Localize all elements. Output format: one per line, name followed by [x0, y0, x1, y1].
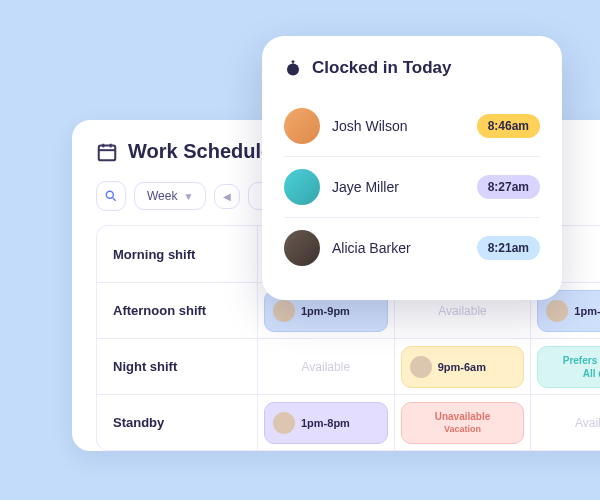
prev-button[interactable]: ◀ — [214, 184, 240, 209]
chevron-left-icon: ◀ — [223, 191, 231, 202]
shift-chip[interactable]: 1pm-8pm — [264, 402, 388, 444]
row-label: Standby — [97, 397, 257, 448]
row-label: Morning shift — [97, 229, 257, 280]
schedule-cell[interactable]: 9pm-6am — [394, 339, 531, 394]
clocked-title: Clocked in Today — [312, 58, 452, 78]
row-label: Night shift — [97, 341, 257, 392]
employee-row[interactable]: Jaye Miller 8:27am — [284, 156, 540, 217]
clock-time-badge: 8:21am — [477, 236, 540, 260]
preference-chip[interactable]: Prefers to work All day — [537, 346, 600, 388]
schedule-title: Work Schedule — [128, 140, 272, 163]
employee-row[interactable]: Alicia Barker 8:21am — [284, 217, 540, 278]
employee-name: Alicia Barker — [332, 240, 465, 256]
schedule-row: Standby 1pm-8pm Unavailable Vacation Ava… — [97, 394, 600, 450]
avatar — [284, 108, 320, 144]
employee-name: Jaye Miller — [332, 179, 465, 195]
schedule-row: Night shift Available 9pm-6am Prefers to… — [97, 338, 600, 394]
shift-time: 1pm-9pm — [574, 305, 600, 317]
available-label: Available — [575, 416, 600, 430]
schedule-cell[interactable]: 1pm-8pm — [257, 395, 394, 450]
schedule-cell[interactable]: Available — [257, 339, 394, 394]
svg-rect-0 — [99, 145, 116, 160]
avatar — [284, 169, 320, 205]
search-icon — [104, 189, 118, 203]
unavail-line1: Unavailable — [435, 411, 491, 422]
avatar — [546, 300, 568, 322]
stopwatch-icon — [284, 59, 302, 77]
pref-line2: All day — [583, 368, 600, 379]
row-label: Afternoon shift — [97, 285, 257, 336]
schedule-cell[interactable]: Prefers to work All day — [530, 339, 600, 394]
schedule-cell[interactable]: Available — [530, 395, 600, 450]
shift-time: 1pm-8pm — [301, 417, 350, 429]
clocked-list: Josh Wilson 8:46am Jaye Miller 8:27am Al… — [284, 96, 540, 278]
employee-row[interactable]: Josh Wilson 8:46am — [284, 96, 540, 156]
clocked-in-panel: Clocked in Today Josh Wilson 8:46am Jaye… — [262, 36, 562, 300]
avatar — [410, 356, 432, 378]
avatar — [273, 300, 295, 322]
svg-point-6 — [287, 64, 299, 76]
shift-chip[interactable]: 9pm-6am — [401, 346, 525, 388]
employee-name: Josh Wilson — [332, 118, 465, 134]
available-label: Available — [302, 360, 350, 374]
view-label: Week — [147, 189, 177, 203]
chevron-down-icon: ▼ — [183, 191, 193, 202]
view-selector[interactable]: Week ▼ — [134, 182, 206, 210]
unavail-line2: Vacation — [444, 424, 481, 434]
pref-line1: Prefers to work — [563, 355, 600, 366]
clock-time-badge: 8:27am — [477, 175, 540, 199]
calendar-icon — [96, 141, 118, 163]
search-button[interactable] — [96, 181, 126, 211]
available-label: Available — [438, 304, 486, 318]
schedule-cell[interactable]: Unavailable Vacation — [394, 395, 531, 450]
shift-time: 9pm-6am — [438, 361, 486, 373]
avatar — [273, 412, 295, 434]
clocked-header: Clocked in Today — [284, 58, 540, 78]
svg-line-5 — [113, 198, 116, 201]
svg-point-4 — [106, 191, 113, 198]
clock-time-badge: 8:46am — [477, 114, 540, 138]
unavailable-chip[interactable]: Unavailable Vacation — [401, 402, 525, 444]
avatar — [284, 230, 320, 266]
shift-time: 1pm-9pm — [301, 305, 350, 317]
